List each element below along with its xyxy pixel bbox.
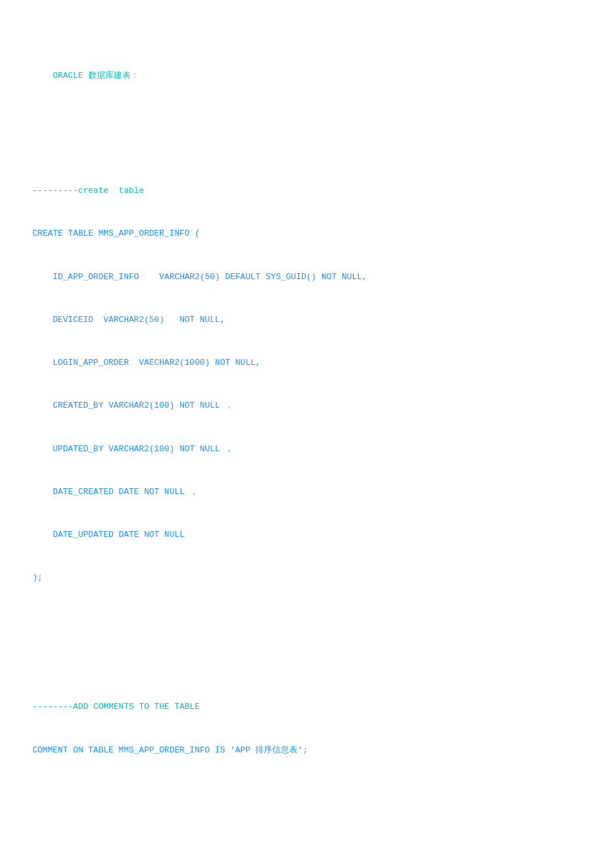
create-table-line-2: ID_APP_ORDER_INFO VARCHAR2(50) DEFAULT S… xyxy=(32,270,582,284)
create-table-line-6: UPDATED_BY VARCHAR2(100) NOT NULL ， xyxy=(32,442,582,456)
add-comments-columns-section: --------ADD COMMENTS TO THE COLUMNS COMM… xyxy=(32,843,582,868)
add-comments-table-comment: --------ADD COMMENTS TO THE TABLE xyxy=(32,700,582,714)
create-table-line-5: CREATED_BY VARCHAR2(100) NOT NULL ， xyxy=(32,399,582,413)
create-table-line-4: LOGIN_APP_ORDER VAECHAR2(1000) NOT NULL, xyxy=(32,356,582,370)
create-table-line-3: DEVICEID VARCHAR2(50) NOT NULL, xyxy=(32,313,582,327)
add-comments-table-section: --------ADD COMMENTS TO THE TABLE COMMEN… xyxy=(32,671,582,786)
create-table-comment: ---------create table xyxy=(32,184,582,198)
create-table-line-1: CREATE TABLE MMS_APP_ORDER_INFO ( xyxy=(32,227,582,241)
title-text: ORACLE 数据库建表： xyxy=(53,71,139,81)
create-table-line-8: DATE_UPDATED DATE NOT NULL xyxy=(32,528,582,542)
add-comments-table-line-1: COMMENT ON TABLE MMS_APP_ORDER_INFO IS '… xyxy=(32,743,582,758)
create-table-line-7: DATE_CREATED DATE NOT NULL ， xyxy=(32,485,582,499)
create-table-line-9: ); xyxy=(32,571,582,585)
page-title: ORACLE 数据库建表： xyxy=(32,55,582,97)
create-table-section: ---------create table CREATE TABLE MMS_A… xyxy=(32,155,582,614)
